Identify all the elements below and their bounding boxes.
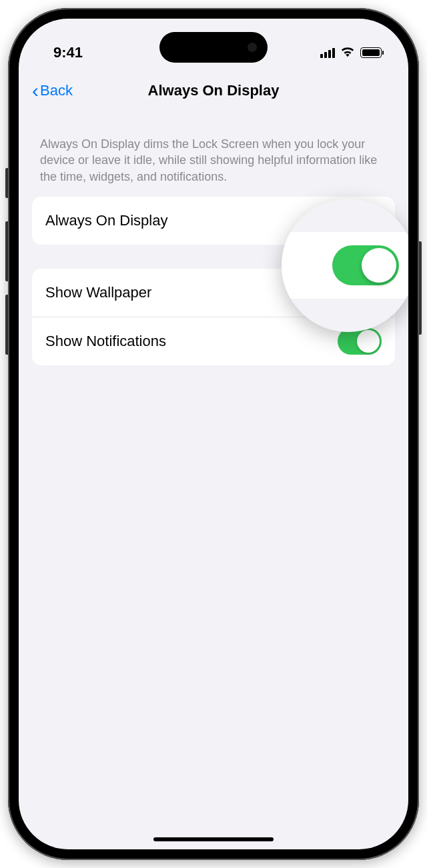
power-button	[419, 241, 422, 335]
volume-down-button	[5, 295, 8, 355]
back-button[interactable]: ‹ Back	[32, 79, 73, 102]
back-label: Back	[40, 82, 73, 99]
magnified-toggle-knob	[362, 248, 396, 283]
phone-frame: 9:41 ‹ B	[8, 8, 419, 860]
chevron-left-icon: ‹	[32, 79, 39, 102]
magnified-toggle	[332, 245, 399, 285]
screen: 9:41 ‹ B	[19, 19, 408, 849]
row-label: Show Wallpaper	[45, 284, 151, 301]
status-icons	[320, 45, 382, 60]
magnified-row	[282, 232, 408, 299]
toggle-knob	[357, 330, 380, 353]
status-time: 9:41	[53, 44, 83, 61]
wifi-icon	[340, 45, 355, 60]
section-description: Always On Display dims the Lock Screen w…	[32, 111, 395, 197]
toggle-show-notifications[interactable]	[338, 328, 382, 355]
navigation-bar: ‹ Back Always On Display	[19, 71, 408, 111]
cellular-signal-icon	[320, 48, 335, 58]
volume-up-button	[5, 221, 8, 281]
row-label: Always On Display	[45, 212, 167, 229]
magnifier-callout	[282, 199, 408, 332]
page-title: Always On Display	[148, 82, 280, 99]
dynamic-island	[159, 32, 268, 63]
home-indicator[interactable]	[153, 837, 274, 841]
row-label: Show Notifications	[45, 333, 166, 350]
battery-icon	[360, 47, 382, 58]
